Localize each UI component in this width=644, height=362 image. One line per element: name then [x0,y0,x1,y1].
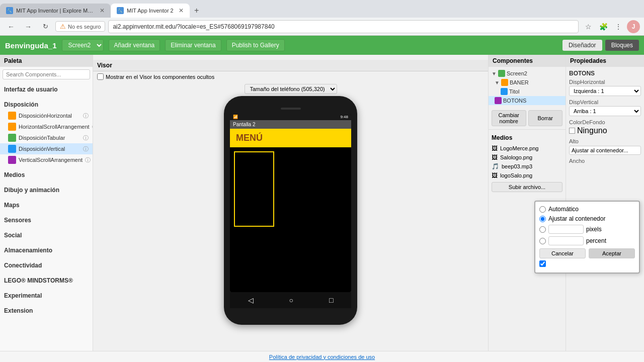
tab-2[interactable]: 🔧 MIT App Inventor 2 ✕ [111,4,190,18]
hidden-checkbox[interactable] [97,73,104,80]
tab-1[interactable]: 🔧 MIT App Inventor | Explore MIT ... ✕ [0,4,111,18]
ancho-opt-auto: Automático [539,206,635,213]
palette-section-connectivity-header[interactable]: Conectividad [0,260,93,271]
palette-section-storage-header[interactable]: Almacenamiento [0,245,93,256]
ancho-ajustar-label: Ajustar al contenedor [548,215,605,222]
status-bar: Política de privacidad y condiciones de … [0,351,644,362]
ancho-accept-button[interactable]: Aceptar [589,248,635,258]
screen2-expand-icon[interactable]: ▼ [492,71,497,76]
phone-back-icon[interactable]: ◁ [248,296,254,304]
palette-section-lego-header[interactable]: LEGO® MINDSTORMS® [0,275,93,286]
ancho-radio-percent[interactable] [539,238,546,244]
delete-button[interactable]: Borrar [528,110,563,126]
disposicion-horizontal-info[interactable]: ⓘ [83,112,89,120]
palette-section-extension: Extension [0,303,93,318]
titol-icon [501,88,508,95]
palette-section-social: Social [0,228,93,243]
phone-home-icon[interactable]: ○ [289,296,293,304]
palette-section-lego: LEGO® MINDSTORMS® [0,273,93,288]
phone-status-bar: 📶 9:48 [230,114,351,120]
palette-section-extension-header[interactable]: Extension [0,305,93,316]
tab-1-close[interactable]: ✕ [100,7,105,14]
phone-size-select[interactable]: Tamaño del teléfono (505,320) [245,84,337,94]
privacy-policy-link[interactable]: Política de privacidad y condiciones de … [269,354,375,360]
remove-window-button[interactable]: Eliminar ventana [165,39,221,51]
ancho-buttons: Cancelar Aceptar [539,248,635,258]
palette-title: Paleta [0,55,93,67]
palette-item-vertical-scroll[interactable]: VerticalScrollArrangement ⓘ [0,154,93,165]
ancho-radio-pixels[interactable] [539,226,546,233]
profile-button[interactable]: J [627,20,640,33]
palette-section-drawing-header[interactable]: Dibujo y animación [0,185,93,196]
palette-section-ui-header[interactable]: Interfaz de usuario [0,84,93,95]
botons-label: BOTONS [503,98,526,104]
palette-panel: Paleta Interfaz de usuario Disposición D… [0,55,93,351]
palette-search-input[interactable] [3,69,90,79]
blocks-mode-button[interactable]: Bloques [605,40,639,51]
new-tab-button[interactable]: + [190,4,204,18]
palette-section-medios-header[interactable]: Medios [0,169,93,180]
back-button[interactable]: ← [4,20,18,34]
media-item-salologo: 🖼 Salologo.png [492,153,562,162]
publish-button[interactable]: Publish to Gallery [226,39,285,51]
address-input[interactable] [108,20,579,33]
phone-outer: 📶 9:48 Pantalla 2 MENÚ ◁ [224,96,357,325]
components-title: Componentes [489,55,566,67]
comp-botons[interactable]: BOTONS [489,96,566,105]
top-bar: Benvinguda_1 Screen2 Añadir ventana Elim… [0,36,644,55]
prop-alto-input[interactable] [569,146,641,155]
hidden-checkbox-label[interactable]: Mostrar en el Visor los componentes ocul… [97,73,214,80]
comp-screen2[interactable]: ▼ Screen2 [489,69,566,78]
menu-button[interactable]: ⋮ [612,20,625,33]
palette-section-experimental-header[interactable]: Experimental [0,290,93,301]
ancho-cancel-button[interactable]: Cancelar [539,248,586,258]
boton-area [234,151,274,227]
tab-2-close[interactable]: ✕ [179,7,184,14]
component-name-label: BOTONS [569,69,641,79]
palette-item-horizontal-scroll[interactable]: HorizontalScrollArrangement ⓘ [0,121,93,132]
prop-color-fondo: ColorDeFondo Ninguno [569,119,641,135]
rename-button[interactable]: Cambiar nombre [492,110,526,126]
palette-section-social-header[interactable]: Social [0,230,93,241]
vertical-info[interactable]: ⓘ [83,145,89,153]
palette-section-storage: Almacenamiento [0,243,93,258]
comp-baner[interactable]: ▼ BANER [489,78,566,87]
prop-color-fondo-value[interactable]: Ninguno [569,126,641,135]
ancho-radio-ajustar[interactable] [539,216,546,222]
add-window-button[interactable]: Añadir ventana [109,39,160,51]
phone-size-area: Tamaño del teléfono (505,320) [240,82,341,96]
phone-top [230,104,351,114]
palette-item-vertical[interactable]: DisposiciónVertical ⓘ [0,143,93,154]
media-item-logo-salo: 🖼 logoSalo.png [492,171,562,180]
forward-button[interactable]: → [21,20,35,34]
comp-titol[interactable]: Titol [489,87,566,96]
palette-item-disposicion-horizontal[interactable]: DisposiciónHorizontal ⓘ [0,110,93,121]
bookmark-button[interactable]: ☆ [582,20,595,33]
tabular-info[interactable]: ⓘ [83,134,89,142]
palette-section-layout-header[interactable]: Disposición [0,99,93,110]
baner-expand-icon[interactable]: ▼ [495,80,500,85]
palette-section-maps-header[interactable]: Maps [0,200,93,211]
viewer-header: Visor [93,60,488,71]
ancho-radio-auto[interactable] [539,206,546,213]
ancho-pixels-label: pixels [586,226,602,233]
ancho-pixels-input[interactable] [548,225,584,234]
palette-section-experimental: Experimental [0,288,93,303]
screen-dropdown[interactable]: Screen2 [62,39,104,51]
ancho-checkbox[interactable] [539,260,546,267]
palette-section-sensors-header[interactable]: Sensores [0,215,93,226]
ancho-percent-input[interactable] [548,236,584,245]
tab-1-favicon: 🔧 [6,7,13,14]
top-bar-left: Benvinguda_1 Screen2 Añadir ventana Elim… [5,39,285,51]
palette-item-tabular[interactable]: DisposiciónTabular ⓘ [0,132,93,143]
phone-recent-icon[interactable]: □ [329,296,333,304]
designer-mode-button[interactable]: Diseñador [562,40,602,51]
extensions-button[interactable]: 🧩 [597,20,610,33]
palette-section-maps: Maps [0,198,93,213]
palette-section-medios: Medios [0,167,93,183]
upload-button[interactable]: Subir archivo... [492,182,562,192]
prop-disp-vertical-select[interactable]: Arriba : 1 [569,106,641,116]
refresh-button[interactable]: ↻ [38,20,52,34]
vertical-scroll-info[interactable]: ⓘ [85,156,91,164]
prop-disp-horizontal-select[interactable]: Izquierda : 1 [569,86,641,96]
